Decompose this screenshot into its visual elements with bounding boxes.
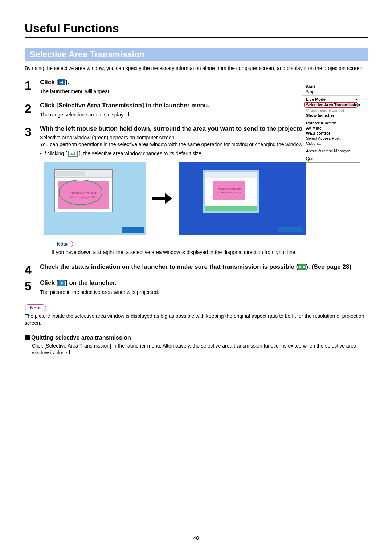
step-number: 1 xyxy=(25,78,40,91)
step-number: 5 xyxy=(25,279,40,292)
text: ] on the launcher. xyxy=(65,279,117,286)
text: ). (See page 28) xyxy=(306,263,351,270)
step-4-head: Check the status indication on the launc… xyxy=(40,263,368,271)
status-icon xyxy=(298,264,306,270)
text: Check the status indication on the launc… xyxy=(40,263,298,270)
menu-virtual-remote[interactable]: Virtual remote control xyxy=(302,108,360,113)
page-title: Useful Functions xyxy=(25,22,368,35)
menu-start[interactable]: Start xyxy=(302,84,360,89)
menu-web-control[interactable]: WEB control xyxy=(302,131,360,136)
text: Wireless Manager ME 5 xyxy=(217,191,241,193)
step-number: 4 xyxy=(25,263,40,276)
section-intro: By using the selective area window, you … xyxy=(25,65,368,72)
menu-icon xyxy=(58,79,65,85)
step-5-desc: The picture in the selective area window… xyxy=(40,289,368,296)
step-number: 2 xyxy=(25,102,40,115)
return-icon xyxy=(68,151,78,157)
chevron-right-icon: ▸ xyxy=(356,98,358,101)
menu-live-mode[interactable]: Live Mode ▸ xyxy=(302,97,360,102)
step-4: 4 Check the status indication on the lau… xyxy=(25,263,368,276)
step-3-note: If you have drawn a straight line, a sel… xyxy=(52,249,368,256)
note-badge: Note xyxy=(52,241,73,247)
menu-option[interactable]: Option... xyxy=(302,141,360,146)
text: Quitting selective area transmission xyxy=(31,335,131,341)
text: ], the selective area window changes to … xyxy=(79,151,203,156)
square-bullet-icon xyxy=(25,335,30,340)
text: ]. xyxy=(65,79,69,86)
menu-about[interactable]: About Wireless Manager xyxy=(302,148,360,153)
quitting-body: Click [Selective Area Transmission] in t… xyxy=(32,342,366,356)
selection-oval xyxy=(59,180,102,205)
menu-stop[interactable]: Stop xyxy=(302,89,360,94)
section-heading: Selective Area Transmission xyxy=(25,48,368,61)
menu-live-mode-label: Live Mode xyxy=(306,97,326,102)
menu-av-mute[interactable]: AV Mute xyxy=(302,126,360,131)
menu-show-launcher[interactable]: Show launcher xyxy=(302,113,360,118)
taskbar xyxy=(122,227,144,233)
taskbar xyxy=(278,227,303,232)
step-5: 5 Click [] on the launcher. The picture … xyxy=(25,279,368,296)
projector-after: Panasonic Projector Wireless Manager ME … xyxy=(179,162,306,235)
text: Click [ xyxy=(40,79,58,86)
launcher-menu: Start Stop Live Mode ▸ Selective Area Tr… xyxy=(302,83,360,163)
note-badge: Note xyxy=(25,304,46,311)
page-number: 40 xyxy=(0,535,392,541)
illustration-row: Panasonic Projector Wireless Manager ME … xyxy=(44,162,368,235)
bottom-note: The picture inside the selective area wi… xyxy=(25,313,368,327)
menu-select-access-port[interactable]: Select Access Port... xyxy=(302,136,360,141)
selection-rect xyxy=(205,206,257,211)
menu-selective-area[interactable]: Selective Area Transmission xyxy=(304,102,358,108)
step-number: 3 xyxy=(25,125,40,138)
menu-pointer[interactable]: Pointer function xyxy=(302,120,360,126)
text: Panasonic Projector xyxy=(217,188,241,190)
play-icon xyxy=(58,280,65,286)
title-rule xyxy=(25,37,368,38)
quitting-heading: Quitting selective area transmission xyxy=(25,335,368,341)
text: Click [ xyxy=(40,279,58,286)
menu-quit[interactable]: Quit xyxy=(302,156,360,161)
arrow-right-icon xyxy=(152,193,173,204)
desktop-before: Panasonic Projector Wireless Manager ME … xyxy=(44,162,146,235)
step-5-head: Click [] on the launcher. xyxy=(40,279,368,287)
text: • If clicking [ xyxy=(40,151,67,156)
